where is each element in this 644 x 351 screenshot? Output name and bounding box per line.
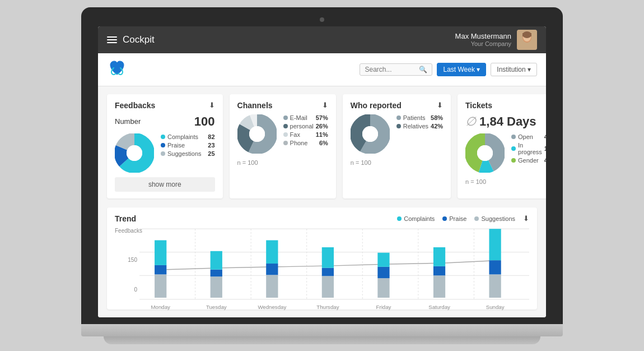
patients-value: 58% [431, 114, 443, 121]
trend-download-icon[interactable]: ⬇ [523, 214, 529, 223]
feedbacks-download-icon[interactable]: ⬇ [209, 101, 215, 109]
svg-rect-33 [211, 269, 222, 276]
bar-monday-praise [155, 265, 166, 274]
svg-rect-37 [266, 240, 278, 264]
suggestions-label: Suggestions [167, 150, 202, 157]
channels-footer: n = 100 [237, 159, 328, 166]
tickets-avg-row: ∅ 1,84 Days [465, 114, 546, 129]
who-reported-footer: n = 100 [351, 159, 443, 166]
gender-label: Gender [518, 157, 542, 164]
svg-rect-35 [266, 275, 278, 298]
y-value-150: 150 [115, 257, 137, 263]
toolbar-controls: 🔍 Last Week ▾ Institution ▾ [360, 63, 537, 76]
tickets-title: Tickets [465, 101, 492, 110]
trend-legend-praise: Praise [442, 215, 466, 222]
svg-rect-38 [322, 276, 334, 298]
y-value-0: 0 [115, 287, 137, 293]
who-reported-body: Patients 58% Relatives 42% [351, 114, 443, 154]
chart-container: Feedbacks 150 0 [115, 228, 529, 303]
fax-label: Fax [290, 131, 314, 138]
personal-value: 26% [316, 123, 328, 130]
legend-item-inprogress: In progress 12% [511, 142, 546, 155]
user-info: Max Mustermann Your Company [455, 32, 511, 47]
feedbacks-pie [115, 133, 154, 173]
feedbacks-card-header: Feedbacks ⬇ [115, 101, 215, 110]
channels-card-header: Channels ⬇ [237, 101, 328, 110]
complaints-dot [161, 135, 165, 139]
legend-item-phone: Phone 6% [283, 140, 328, 146]
inprogress-label: In progress [518, 142, 542, 155]
hamburger-icon[interactable] [107, 36, 117, 43]
screen-bezel: Cockpit Max Mustermann Your Company [81, 7, 563, 324]
svg-text:Sunday: Sunday [486, 304, 505, 310]
svg-text:Tuesday: Tuesday [206, 304, 227, 310]
who-reported-legend: Patients 58% Relatives 42% [396, 114, 443, 131]
institution-filter-dropdown[interactable]: Institution ▾ [491, 63, 537, 76]
tickets-header: Tickets ⬇ [465, 101, 546, 110]
trend-praise-label: Praise [449, 215, 466, 222]
phone-dot [283, 141, 288, 145]
screen: Cockpit Max Mustermann Your Company [98, 26, 546, 317]
who-reported-download-icon[interactable]: ⬇ [437, 101, 443, 109]
user-name: Max Mustermann [455, 32, 511, 40]
praise-label: Praise [167, 142, 202, 149]
cards-row: Feedbacks ⬇ Number 100 [107, 94, 537, 198]
suggestions-dot [161, 151, 165, 156]
suggestions-value: 25 [204, 150, 215, 157]
trend-praise-dot [442, 216, 447, 221]
bar-monday-suggestions [155, 274, 166, 298]
time-filter-dropdown[interactable]: Last Week ▾ [437, 63, 486, 76]
header-right: Max Mustermann Your Company [455, 30, 537, 50]
praise-dot [161, 143, 165, 147]
svg-rect-44 [433, 275, 445, 298]
legend-item-relatives: Relatives 42% [396, 123, 443, 130]
legend-item-fax: Fax 11% [283, 131, 328, 138]
channels-body: E-Mail 57% personal 26% [237, 114, 328, 154]
show-more-button[interactable]: show more [115, 177, 215, 192]
gender-value: 45% [544, 157, 546, 164]
legend-item-gender: Gender 45% [511, 157, 546, 164]
relatives-label: Relatives [403, 123, 428, 130]
svg-text:Wednesday: Wednesday [258, 304, 286, 310]
open-dot [511, 135, 516, 139]
tickets-pie [465, 133, 505, 173]
svg-rect-40 [322, 247, 334, 268]
trend-legend: Complaints Praise Suggestions ⬇ [397, 214, 529, 223]
app-toolbar: 🔍 Last Week ▾ Institution ▾ [98, 53, 546, 86]
svg-point-17 [362, 126, 378, 142]
personal-label: personal [290, 123, 314, 130]
legend-item-suggestions: Suggestions 25 [161, 150, 215, 157]
legend-item-praise: Praise 23 [161, 142, 215, 149]
trend-legend-suggestions: Suggestions [474, 215, 515, 222]
channels-download-icon[interactable]: ⬇ [322, 101, 328, 109]
complaints-value: 82 [204, 133, 215, 140]
who-reported-title: Who reported [351, 101, 402, 110]
relatives-dot [396, 124, 401, 128]
trend-card: Trend Complaints Praise [107, 207, 537, 310]
inprogress-value: 12% [544, 145, 546, 152]
who-reported-card: Who reported ⬇ [343, 94, 451, 198]
trend-title: Trend [115, 214, 136, 223]
header-left: Cockpit [107, 34, 155, 45]
svg-rect-43 [377, 252, 389, 266]
app-content: Feedbacks ⬇ Number 100 [98, 86, 546, 317]
channels-title: Channels [237, 101, 273, 110]
search-input[interactable] [365, 66, 419, 73]
svg-rect-47 [489, 274, 501, 298]
phone-value: 6% [317, 140, 328, 146]
svg-rect-41 [377, 278, 389, 298]
logo [107, 58, 127, 81]
feedbacks-body: Complaints 82 Praise 23 [115, 133, 215, 173]
svg-point-14 [249, 126, 265, 142]
relatives-value: 42% [431, 123, 443, 130]
tickets-card: Tickets ⬇ ∅ 1,84 Days [458, 94, 546, 198]
fax-dot [283, 132, 288, 137]
trend-legend-complaints: Complaints [397, 215, 435, 222]
svg-rect-49 [489, 229, 501, 260]
svg-rect-46 [433, 247, 445, 266]
legend-item-personal: personal 26% [283, 123, 328, 130]
inprogress-dot [511, 146, 516, 151]
email-label: E-Mail [290, 114, 314, 121]
channels-pie [237, 114, 277, 154]
search-box[interactable]: 🔍 [360, 63, 432, 76]
